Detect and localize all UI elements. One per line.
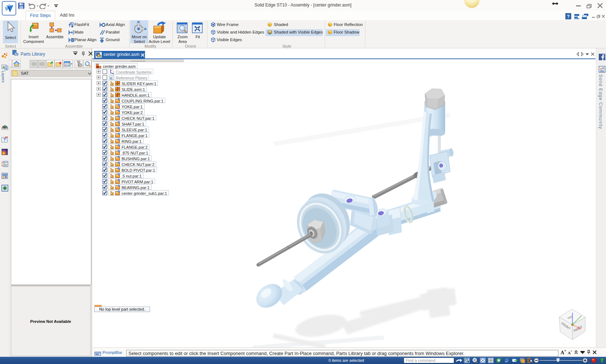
svg-text:?: ? [3,137,6,142]
svg-text:?: ? [567,14,570,19]
svg-text:S: S [600,67,602,71]
svg-text:A: A [561,350,565,355]
svg-text:A: A [568,351,571,355]
